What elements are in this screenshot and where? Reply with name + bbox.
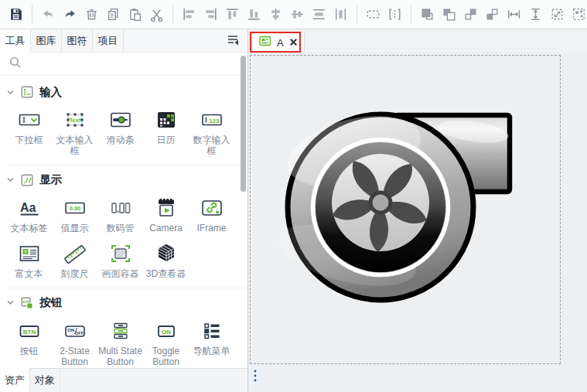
toolbar-align-left-button[interactable] <box>179 5 199 25</box>
palette-grid: BTN按钮ONOFF2-State ButtonMulti State Butt… <box>6 319 241 368</box>
toolbar-copy-button[interactable] <box>104 5 123 25</box>
svg-text:ON: ON <box>67 327 74 332</box>
palette-item-digital-tube[interactable]: 数码管 <box>97 196 143 233</box>
palette-item-value-display[interactable]: 0.00值显示 <box>52 196 97 233</box>
toolbar-delete-button[interactable] <box>82 5 101 25</box>
left-panel-tab-2[interactable]: 图库 <box>31 29 62 52</box>
collapse-panel-icon <box>226 32 240 49</box>
toolbar-distribute-horizontal-button[interactable] <box>309 5 329 25</box>
palette-item-label: Multi State Button <box>98 346 143 368</box>
toolbar-bring-to-front-button[interactable] <box>418 5 437 25</box>
viewer-3d-icon <box>154 241 179 266</box>
bottom-tab-2[interactable]: 对象 <box>30 369 60 392</box>
toolbar-align-right-button[interactable] <box>201 5 220 25</box>
palette-item-label: 富文本 <box>15 268 43 279</box>
left-panel-tab-3[interactable]: 图符 <box>62 29 93 52</box>
toolbar-group-select-button[interactable] <box>569 5 587 25</box>
toolbar-fit-height-button[interactable] <box>385 5 404 25</box>
section-header[interactable]: 输入 <box>6 82 241 102</box>
two-state-button-icon: ONOFF <box>63 319 87 343</box>
palette-scrollbar-thumb[interactable] <box>241 56 246 192</box>
toolbar-same-size-button[interactable] <box>548 5 567 25</box>
design-artboard[interactable] <box>250 55 561 364</box>
toolbar-align-bottom-button[interactable] <box>244 5 264 25</box>
toolbar-send-to-back-button[interactable] <box>439 5 459 25</box>
screen-icon <box>259 36 271 49</box>
section-header[interactable]: 显示 <box>6 170 241 190</box>
toolbar-align-center-horizontal-button[interactable] <box>288 5 307 25</box>
palette-item-dropdown[interactable]: 下拉框 <box>6 107 52 157</box>
toolbar-align-top-button[interactable] <box>223 5 242 25</box>
palette-item-ruler[interactable]: 刻度尺 <box>52 241 97 279</box>
palette-item-button[interactable]: BTN按钮 <box>6 319 52 368</box>
palette-item-nav-menu[interactable]: 导航菜单 <box>189 319 234 368</box>
button-icon: BTN <box>17 319 42 343</box>
toolbar-same-width-button[interactable] <box>504 5 524 25</box>
number-input-icon: 123 <box>200 107 224 132</box>
svg-text:T: T <box>24 250 27 254</box>
toolbar-distribute-vertical-button[interactable] <box>331 5 350 25</box>
left-panel-tab-4[interactable]: 项目 <box>93 29 124 52</box>
close-tab-icon[interactable] <box>289 36 298 49</box>
bottom-tab-1[interactable]: 资产 <box>0 368 30 392</box>
toolbar-save-button[interactable] <box>6 5 26 25</box>
palette-item-toggle-button[interactable]: ONToggle Button <box>143 319 189 368</box>
left-panel-tab-1[interactable]: 工具 <box>0 29 31 53</box>
palette-item-rich-text[interactable]: T富文本 <box>6 241 52 279</box>
toolbar-separator <box>172 5 173 24</box>
palette-item-label: 刻度尺 <box>61 268 89 279</box>
toolbar-redo-button[interactable] <box>60 5 80 25</box>
palette-item-label: 日历 <box>157 135 176 145</box>
collapse-panel-button[interactable] <box>218 29 247 52</box>
palette-item-number-input[interactable]: 123数字输入框 <box>189 107 234 157</box>
ruler-icon <box>63 241 87 266</box>
palette-item-screen-container[interactable]: 画面容器 <box>97 241 143 279</box>
value-display-icon: 0.00 <box>63 196 87 220</box>
palette-item-calendar[interactable]: 日历 <box>143 107 189 157</box>
palette-item-multi-state-button[interactable]: Multi State Button <box>97 319 143 368</box>
palette-item-camera[interactable]: Camera <box>143 196 189 233</box>
search-icon <box>9 56 22 72</box>
toolbar-align-center-vertical-button[interactable] <box>266 5 285 25</box>
button-section-icon: BTN <box>21 297 33 309</box>
left-panel-tabbar: 工具图库图符项目 <box>0 29 247 53</box>
text-label-icon: Aa <box>17 196 42 220</box>
palette-item-label: 值显示 <box>61 223 89 233</box>
toolbar-bring-forward-button[interactable] <box>461 5 480 25</box>
svg-text:123: 123 <box>209 118 220 124</box>
toolbar-paste-button[interactable] <box>125 5 145 25</box>
toolbar-same-height-button[interactable] <box>526 5 545 25</box>
section-header[interactable]: BTN按钮 <box>6 293 241 313</box>
svg-text:Aa: Aa <box>20 201 36 214</box>
palette-item-viewer-3d[interactable]: 3D查看器 <box>143 241 189 279</box>
toolbar-send-backward-button[interactable] <box>483 5 502 25</box>
chevron-down-icon <box>6 88 15 97</box>
palette-item-iframe[interactable]: IFrame <box>189 196 234 233</box>
main-toolbar <box>0 0 587 29</box>
palette-section-input-section: 输入下拉框Text文本输入框滑动条日历123数字输入框 <box>6 77 247 165</box>
svg-text:OFF: OFF <box>75 331 84 336</box>
search-input[interactable] <box>28 58 239 70</box>
screen-tab-a[interactable]: A <box>252 32 305 53</box>
toolbar-undo-button[interactable] <box>39 5 58 25</box>
section-title: 按钮 <box>39 295 62 310</box>
toolbar-separator <box>411 5 411 24</box>
palette-item-text-label[interactable]: Aa文本标签 <box>6 196 52 233</box>
panel-resize-handle[interactable] <box>249 366 261 384</box>
calendar-icon <box>154 107 179 132</box>
left-panel: 工具图库图符项目 输入下拉框Text文本输入框滑动条日历123数字输入框显示Aa… <box>0 29 248 392</box>
section-title: 显示 <box>39 172 62 187</box>
palette-item-text-input[interactable]: Text文本输入框 <box>52 107 97 157</box>
toolbar-cut-button[interactable] <box>147 5 166 25</box>
chevron-down-icon <box>6 176 15 184</box>
palette-section-button-section: BTN按钮BTN按钮ONOFF2-State ButtonMulti State… <box>6 288 247 368</box>
pump-image[interactable] <box>278 104 515 309</box>
screen-tabbar: A <box>248 29 587 53</box>
toggle-button-icon: ON <box>154 319 179 343</box>
palette-item-slider[interactable]: 滑动条 <box>97 107 143 157</box>
multi-state-button-icon <box>108 319 133 343</box>
toolbar-fit-width-button[interactable] <box>363 5 383 25</box>
palette-item-label: 2-State Button <box>53 346 97 368</box>
toolbar-separator <box>32 5 32 24</box>
palette-item-two-state-button[interactable]: ONOFF2-State Button <box>52 319 97 368</box>
